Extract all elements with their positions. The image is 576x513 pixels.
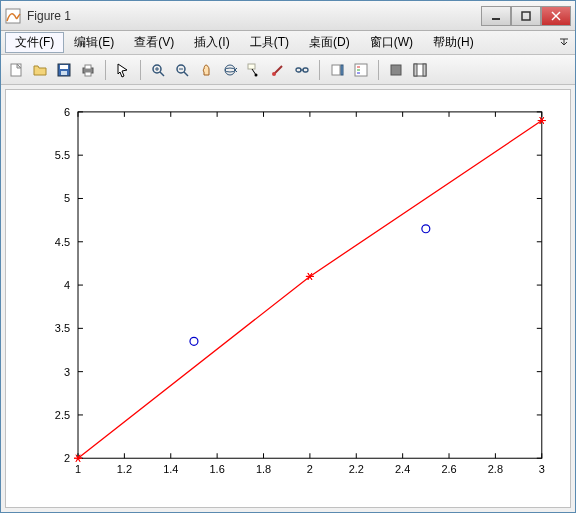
svg-text:1.2: 1.2 [117, 463, 132, 475]
svg-text:2.8: 2.8 [488, 463, 503, 475]
matlab-figure-icon [5, 8, 21, 24]
print-button[interactable] [77, 59, 99, 81]
svg-rect-7 [60, 65, 68, 69]
svg-rect-10 [85, 65, 91, 69]
svg-text:1.4: 1.4 [163, 463, 178, 475]
svg-text:3: 3 [64, 366, 70, 378]
svg-text:4: 4 [64, 279, 70, 291]
menu-view[interactable]: 查看(V) [124, 32, 184, 53]
menu-file[interactable]: 文件(F) [5, 32, 64, 53]
window-buttons [481, 6, 571, 26]
svg-rect-29 [341, 65, 343, 75]
pan-button[interactable] [195, 59, 217, 81]
menu-help[interactable]: 帮助(H) [423, 32, 484, 53]
svg-line-17 [184, 72, 188, 76]
insert-colorbar-button[interactable] [326, 59, 348, 81]
minimize-button[interactable] [481, 6, 511, 26]
svg-text:4.5: 4.5 [55, 236, 70, 248]
data-cursor-button[interactable] [243, 59, 265, 81]
menubar: 文件(F) 编辑(E) 查看(V) 插入(I) 工具(T) 桌面(D) 窗口(W… [1, 31, 575, 55]
svg-text:2: 2 [307, 463, 313, 475]
svg-rect-34 [391, 65, 401, 75]
svg-text:3: 3 [539, 463, 545, 475]
link-data-button[interactable] [291, 59, 313, 81]
dock-icon[interactable] [557, 36, 571, 50]
figure-canvas[interactable]: 11.21.41.61.822.22.42.62.8322.533.544.55… [5, 89, 571, 508]
svg-rect-2 [522, 12, 530, 20]
svg-text:2: 2 [64, 452, 70, 464]
titlebar[interactable]: Figure 1 [1, 1, 575, 31]
zoom-out-button[interactable] [171, 59, 193, 81]
svg-rect-30 [355, 64, 367, 76]
svg-text:2.4: 2.4 [395, 463, 410, 475]
menu-insert[interactable]: 插入(I) [184, 32, 239, 53]
svg-rect-36 [414, 64, 417, 76]
menu-tools[interactable]: 工具(T) [240, 32, 299, 53]
zoom-in-button[interactable] [147, 59, 169, 81]
svg-text:5: 5 [64, 192, 70, 204]
svg-rect-11 [85, 72, 91, 76]
svg-text:2.5: 2.5 [55, 409, 70, 421]
svg-text:3.5: 3.5 [55, 322, 70, 334]
svg-text:1.8: 1.8 [256, 463, 271, 475]
svg-rect-21 [248, 64, 255, 69]
menu-desktop[interactable]: 桌面(D) [299, 32, 360, 53]
toolbar [1, 55, 575, 85]
insert-legend-button[interactable] [350, 59, 372, 81]
svg-point-20 [225, 68, 235, 72]
svg-text:2.6: 2.6 [441, 463, 456, 475]
svg-text:2.2: 2.2 [349, 463, 364, 475]
close-button[interactable] [541, 6, 571, 26]
svg-text:1.6: 1.6 [210, 463, 225, 475]
save-button[interactable] [53, 59, 75, 81]
open-button[interactable] [29, 59, 51, 81]
svg-point-24 [272, 72, 276, 76]
svg-text:6: 6 [64, 106, 70, 118]
brush-button[interactable] [267, 59, 289, 81]
maximize-button[interactable] [511, 6, 541, 26]
menu-edit[interactable]: 编辑(E) [64, 32, 124, 53]
svg-rect-38 [78, 112, 542, 458]
menu-window[interactable]: 窗口(W) [360, 32, 423, 53]
window-title: Figure 1 [27, 9, 481, 23]
new-figure-button[interactable] [5, 59, 27, 81]
svg-point-23 [255, 73, 258, 76]
svg-text:5.5: 5.5 [55, 149, 70, 161]
edit-plot-button[interactable] [112, 59, 134, 81]
svg-rect-37 [423, 64, 426, 76]
figure-window: Figure 1 文件(F) 编辑(E) 查看(V) 插入(I) 工具(T) 桌… [0, 0, 576, 513]
axes[interactable]: 11.21.41.61.822.22.42.62.8322.533.544.55… [6, 90, 570, 507]
svg-line-13 [160, 72, 164, 76]
svg-point-19 [225, 65, 235, 75]
svg-text:1: 1 [75, 463, 81, 475]
svg-rect-28 [332, 65, 340, 75]
show-plot-tools-button[interactable] [409, 59, 431, 81]
rotate-3d-button[interactable] [219, 59, 241, 81]
svg-rect-8 [61, 71, 67, 75]
hide-plot-tools-button[interactable] [385, 59, 407, 81]
